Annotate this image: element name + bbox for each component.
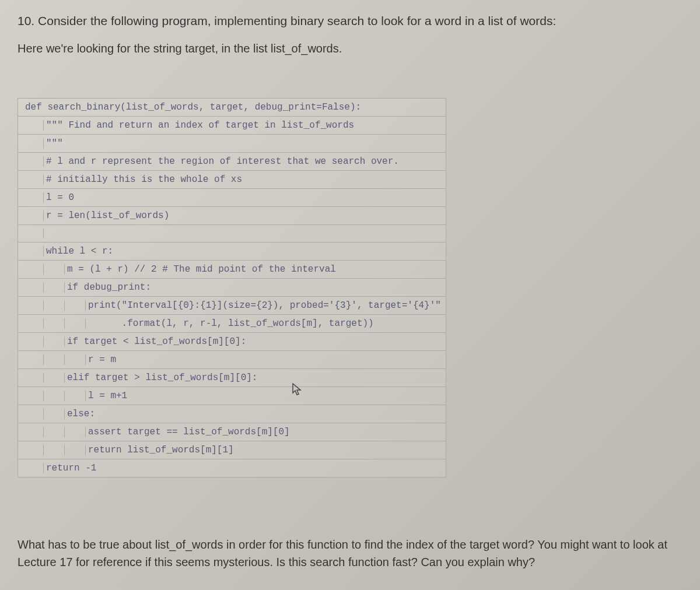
indent-cell <box>44 282 65 293</box>
question-intro: 10. Consider the following program, impl… <box>18 12 682 30</box>
indent-cell <box>44 336 65 347</box>
indent-cell <box>23 354 44 365</box>
indent-cell <box>23 318 44 329</box>
code-content: assert target == list_of_words[m][0] <box>86 427 290 437</box>
indent-cell <box>23 463 44 473</box>
code-line: assert target == list_of_words[m][0] <box>18 423 446 441</box>
code-line: .format(l, r, r-l, list_of_words[m], tar… <box>18 315 446 333</box>
code-content: """ <box>44 138 63 149</box>
code-line: return -1 <box>18 459 446 477</box>
code-content: .format(l, r, r-l, list_of_words[m], tar… <box>86 318 374 329</box>
indent-cell <box>23 373 44 383</box>
indent-cell <box>44 391 65 401</box>
code-line: print("Interval[{0}:{1}](size={2}), prob… <box>18 297 446 315</box>
code-line: """ Find and return an index of target i… <box>18 117 446 135</box>
indent-cell <box>23 282 44 293</box>
code-content: if target < list_of_words[m][0]: <box>65 336 246 347</box>
indent-cell <box>23 427 44 437</box>
code-content: def search_binary(list_of_words, target,… <box>23 102 361 113</box>
indent-cell <box>23 229 44 238</box>
code-content: while l < r: <box>44 246 113 257</box>
code-line: r = len(list_of_words) <box>18 207 446 225</box>
indent-cell <box>44 300 65 311</box>
question-intro-text: Consider the following program, implemen… <box>38 14 556 27</box>
code-line: else: <box>18 405 446 423</box>
indent-cell <box>23 336 44 347</box>
code-line: r = m <box>18 351 446 369</box>
indent-cell <box>23 445 44 455</box>
indent-cell <box>23 138 44 149</box>
code-line: while l < r: <box>18 243 446 261</box>
indent-cell <box>23 210 44 221</box>
code-content: # initially this is the whole of xs <box>44 174 242 185</box>
indent-cell <box>65 445 86 455</box>
indent-cell <box>23 156 44 167</box>
question-footer: What has to be true about list_of_words … <box>18 536 682 571</box>
indent-cell <box>65 391 86 401</box>
code-content <box>44 229 46 238</box>
code-content: print("Interval[{0}:{1}](size={2}), prob… <box>86 300 441 311</box>
code-content: r = m <box>86 354 116 365</box>
code-content: l = 0 <box>44 192 74 203</box>
indent-cell <box>23 174 44 185</box>
code-content: r = len(list_of_words) <box>44 210 169 221</box>
code-line: l = m+1 <box>18 387 446 405</box>
code-line: m = (l + r) // 2 # The mid point of the … <box>18 261 446 279</box>
question-number: 10. <box>18 14 34 27</box>
indent-cell <box>44 264 65 275</box>
code-content: m = (l + r) // 2 # The mid point of the … <box>65 264 336 275</box>
code-line <box>18 225 446 243</box>
indent-cell <box>44 318 65 329</box>
code-content: return -1 <box>44 463 96 473</box>
indent-cell <box>23 120 44 131</box>
indent-cell <box>23 192 44 203</box>
code-line: # initially this is the whole of xs <box>18 171 446 189</box>
indent-cell <box>65 300 86 311</box>
code-content: return list_of_words[m][1] <box>86 445 234 455</box>
code-line: if debug_print: <box>18 279 446 297</box>
code-line: l = 0 <box>18 189 446 207</box>
indent-cell <box>44 409 65 419</box>
indent-cell <box>23 300 44 311</box>
indent-cell <box>23 264 44 275</box>
code-content: l = m+1 <box>86 391 127 401</box>
code-content: elif target > list_of_words[m][0]: <box>65 373 257 383</box>
code-content: else: <box>65 409 95 419</box>
indent-cell <box>23 391 44 401</box>
code-line: def search_binary(list_of_words, target,… <box>18 99 446 117</box>
indent-cell <box>44 427 65 437</box>
code-content: if debug_print: <box>65 282 151 293</box>
question-sub: Here we're looking for the string target… <box>18 40 682 57</box>
indent-cell <box>23 246 44 257</box>
code-line: """ <box>18 135 446 153</box>
code-line: return list_of_words[m][1] <box>18 441 446 459</box>
indent-cell <box>65 427 86 437</box>
code-block: def search_binary(list_of_words, target,… <box>18 98 446 477</box>
code-content: """ Find and return an index of target i… <box>44 120 354 131</box>
code-line: # l and r represent the region of intere… <box>18 153 446 171</box>
indent-cell <box>44 445 65 455</box>
indent-cell <box>65 354 86 365</box>
indent-cell <box>23 409 44 419</box>
indent-cell <box>44 354 65 365</box>
code-content: # l and r represent the region of intere… <box>44 156 399 167</box>
indent-cell <box>65 318 86 329</box>
indent-cell <box>44 373 65 383</box>
code-line: if target < list_of_words[m][0]: <box>18 333 446 351</box>
code-line: elif target > list_of_words[m][0]: <box>18 369 446 387</box>
